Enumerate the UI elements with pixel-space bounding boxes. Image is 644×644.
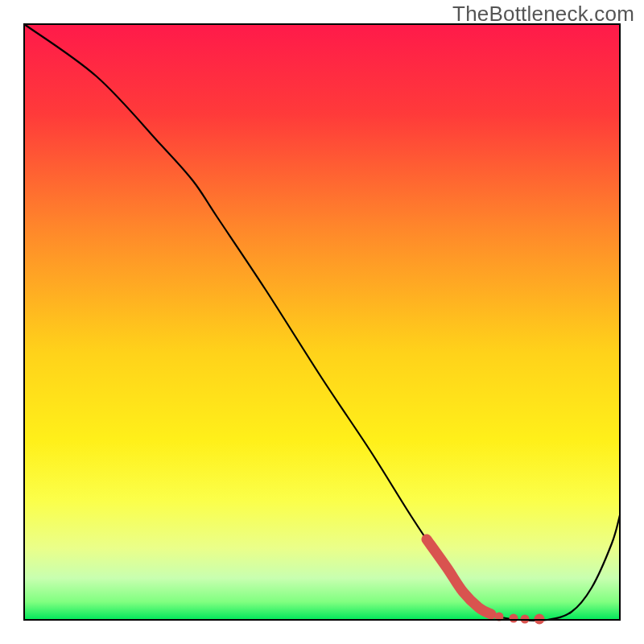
watermark-text: TheBottleneck.com xyxy=(452,2,634,27)
bottleneck-chart xyxy=(0,0,644,644)
highlight-dot xyxy=(510,614,518,623)
chart-container: TheBottleneck.com xyxy=(0,0,644,644)
plot-background xyxy=(24,24,620,620)
